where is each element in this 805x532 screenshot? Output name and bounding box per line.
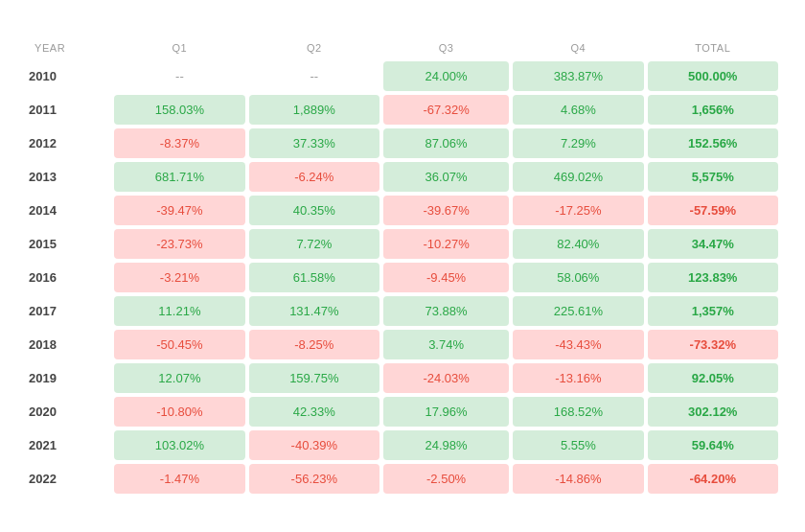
- table-row: 2012-8.37%37.33%87.06%7.29%152.56%: [27, 128, 778, 158]
- total-cell: 500.00%: [648, 61, 778, 91]
- year-cell: 2012: [27, 128, 110, 158]
- q4-cell: 383.87%: [513, 61, 643, 91]
- col-header-total: TOTAL: [648, 38, 778, 58]
- q2-cell: 61.58%: [249, 263, 380, 292]
- q4-cell: 7.29%: [513, 128, 643, 158]
- total-cell: -57.59%: [648, 196, 778, 225]
- q3-cell: 3.74%: [383, 330, 509, 359]
- q1-cell: 681.71%: [114, 162, 244, 192]
- table-row: 2020-10.80%42.33%17.96%168.52%302.12%: [27, 397, 778, 427]
- year-cell: 2011: [27, 95, 110, 125]
- total-cell: 302.12%: [648, 397, 778, 427]
- table-row: 2015-23.73%7.72%-10.27%82.40%34.47%: [27, 229, 778, 259]
- q2-cell: -56.23%: [249, 464, 380, 494]
- q3-cell: -10.27%: [383, 229, 509, 259]
- q1-cell: 103.02%: [114, 430, 244, 460]
- q2-cell: -40.39%: [249, 430, 380, 460]
- q3-cell: 17.96%: [383, 397, 509, 427]
- q1-cell: -8.37%: [114, 128, 244, 158]
- table-row: 201711.21%131.47%73.88%225.61%1,357%: [27, 296, 778, 326]
- year-cell: 2019: [27, 363, 110, 393]
- q1-cell: 158.03%: [114, 95, 244, 125]
- q1-cell: -10.80%: [114, 397, 244, 427]
- q2-cell: 159.75%: [249, 363, 380, 393]
- total-cell: 152.56%: [648, 128, 778, 158]
- year-cell: 2022: [27, 464, 110, 494]
- q3-cell: 87.06%: [383, 128, 509, 158]
- q3-cell: -39.67%: [383, 196, 509, 225]
- total-cell: 92.05%: [648, 363, 778, 393]
- q3-cell: 24.98%: [383, 430, 509, 460]
- year-cell: 2020: [27, 397, 110, 427]
- year-cell: 2017: [27, 296, 110, 326]
- q4-cell: 82.40%: [513, 229, 643, 259]
- q2-cell: 1,889%: [249, 95, 380, 125]
- q2-cell: 7.72%: [249, 229, 380, 259]
- q2-cell: -6.24%: [249, 162, 380, 192]
- q4-cell: 225.61%: [513, 296, 643, 326]
- q1-cell: 11.21%: [114, 296, 244, 326]
- total-cell: 1,357%: [648, 296, 778, 326]
- total-cell: 5,575%: [648, 162, 778, 192]
- total-cell: 1,656%: [648, 95, 778, 125]
- q4-cell: -13.16%: [513, 363, 643, 393]
- col-header-q3: Q3: [383, 38, 509, 58]
- table-row: 2014-39.47%40.35%-39.67%-17.25%-57.59%: [27, 196, 778, 225]
- total-cell: 59.64%: [648, 430, 778, 460]
- q4-cell: -14.86%: [513, 464, 643, 494]
- col-header-q1: Q1: [114, 38, 244, 58]
- year-cell: 2014: [27, 196, 110, 225]
- q1-cell: --: [114, 61, 244, 91]
- q1-cell: -39.47%: [114, 196, 244, 225]
- table-row: 2010----24.00%383.87%500.00%: [27, 61, 778, 91]
- total-cell: 123.83%: [648, 263, 778, 292]
- q2-cell: 37.33%: [249, 128, 380, 158]
- total-cell: -73.32%: [648, 330, 778, 359]
- q2-cell: 42.33%: [249, 397, 380, 427]
- table-row: 2022-1.47%-56.23%-2.50%-14.86%-64.20%: [27, 464, 778, 494]
- q4-cell: 4.68%: [513, 95, 643, 125]
- q3-cell: -67.32%: [383, 95, 509, 125]
- q2-cell: 40.35%: [249, 196, 380, 225]
- q2-cell: -8.25%: [249, 330, 380, 359]
- year-cell: 2021: [27, 430, 110, 460]
- total-cell: 34.47%: [648, 229, 778, 259]
- year-cell: 2010: [27, 61, 110, 91]
- q2-cell: 131.47%: [249, 296, 380, 326]
- q4-cell: 5.55%: [513, 430, 643, 460]
- q1-cell: -23.73%: [114, 229, 244, 259]
- year-cell: 2013: [27, 162, 110, 192]
- q1-cell: 12.07%: [114, 363, 244, 393]
- col-header-q2: Q2: [249, 38, 380, 58]
- q4-cell: -17.25%: [513, 196, 643, 225]
- table-row: 2021103.02%-40.39%24.98%5.55%59.64%: [27, 430, 778, 460]
- q3-cell: -9.45%: [383, 263, 509, 292]
- q4-cell: -43.43%: [513, 330, 643, 359]
- q1-cell: -1.47%: [114, 464, 244, 494]
- q3-cell: 24.00%: [383, 61, 509, 91]
- year-cell: 2016: [27, 263, 110, 292]
- col-header-q4: Q4: [513, 38, 643, 58]
- q3-cell: 73.88%: [383, 296, 509, 326]
- year-cell: 2015: [27, 229, 110, 259]
- q4-cell: 168.52%: [513, 397, 643, 427]
- table-row: 2016-3.21%61.58%-9.45%58.06%123.83%: [27, 263, 778, 292]
- q4-cell: 58.06%: [513, 263, 643, 292]
- col-header-year: YEAR: [27, 38, 110, 58]
- q3-cell: -24.03%: [383, 363, 509, 393]
- q3-cell: 36.07%: [383, 162, 509, 192]
- q1-cell: -50.45%: [114, 330, 244, 359]
- q2-cell: --: [249, 61, 380, 91]
- returns-table: YEARQ1Q2Q3Q4TOTAL 2010----24.00%383.87%5…: [23, 35, 782, 497]
- table-row: 2018-50.45%-8.25%3.74%-43.43%-73.32%: [27, 330, 778, 359]
- q1-cell: -3.21%: [114, 263, 244, 292]
- year-cell: 2018: [27, 330, 110, 359]
- total-cell: -64.20%: [648, 464, 778, 494]
- table-row: 2011158.03%1,889%-67.32%4.68%1,656%: [27, 95, 778, 125]
- q4-cell: 469.02%: [513, 162, 643, 192]
- table-row: 201912.07%159.75%-24.03%-13.16%92.05%: [27, 363, 778, 393]
- table-row: 2013681.71%-6.24%36.07%469.02%5,575%: [27, 162, 778, 192]
- q3-cell: -2.50%: [383, 464, 509, 494]
